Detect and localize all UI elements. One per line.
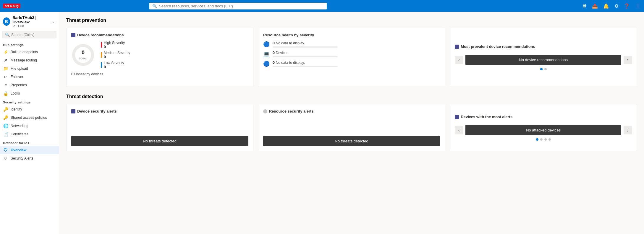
sidebar-header: B BarIoTHub2 | Overview IoT Hub … — [0, 12, 59, 29]
networking-icon: 🌐 — [3, 124, 8, 128]
resource-count-2: 0 — [273, 60, 275, 65]
medium-label: Medium Severity — [104, 51, 130, 55]
sidebar-item-label: Identity — [11, 107, 22, 111]
threat-detection-title: Threat detection — [66, 94, 637, 99]
sidebar-item-message-routing[interactable]: ↗ Message routing — [0, 56, 59, 64]
main-content: Threat prevention Device recommendations… — [59, 12, 644, 234]
no-attacked-button[interactable]: No attacked devices — [465, 125, 621, 135]
detection-carousel-controls: ‹ No attacked devices › — [455, 125, 632, 135]
sidebar-item-label: File upload — [11, 66, 28, 71]
resource-type: IoT Hub — [12, 24, 49, 28]
resource-item-1: 💻 0 Devices — [263, 51, 440, 57]
locks-icon: 🔒 — [3, 91, 8, 96]
sidebar-item-label: Overview — [11, 148, 26, 152]
threat-prevention-title: Threat prevention — [66, 18, 637, 23]
sidebar: B BarIoTHub2 | Overview IoT Hub … 🔍 Hub … — [0, 12, 59, 234]
search-icon: 🔍 — [152, 4, 157, 8]
device-recommendations-card: Device recommendations 0 TOTAL — [66, 28, 253, 87]
sidebar-item-certificates[interactable]: 📄 Certificates — [0, 130, 59, 138]
threat-detection-cards: Device security alerts No threats detect… — [66, 104, 637, 151]
topbar: ort a bug 🔍 🖥 📤 🔔 ⚙ ❓ 👤 — [0, 0, 644, 12]
search-input[interactable] — [159, 4, 324, 8]
sidebar-item-label: Security Alerts — [11, 156, 33, 160]
resource-item-2: 🔵 0 No data to display. — [263, 60, 440, 67]
medium-value: 0 — [104, 55, 130, 59]
donut-total-label: TOTAL — [79, 57, 87, 60]
medium-bar — [101, 52, 102, 58]
file-upload-icon: 📁 — [3, 66, 8, 71]
device-recommendations-title: Device recommendations — [71, 33, 248, 37]
sidebar-item-label: Built-in endpoints — [11, 50, 38, 54]
resource-text-1: Devices — [276, 51, 289, 55]
card-icon — [71, 33, 75, 37]
no-threats-button-device[interactable]: No threats detected — [71, 136, 248, 146]
monitor-icon[interactable]: 🖥 — [582, 3, 587, 9]
gear-icon[interactable]: ⚙ — [614, 3, 619, 9]
sidebar-item-built-in-endpoints[interactable]: ⚡ Built-in endpoints — [0, 48, 59, 56]
topbar-icons: 🖥 📤 🔔 ⚙ ❓ 👤 — [582, 3, 641, 9]
resource-count-1: 0 — [273, 51, 275, 55]
device-security-alerts-card: Device security alerts No threats detect… — [66, 104, 253, 151]
sidebar-item-failover[interactable]: ↩ Failover — [0, 73, 59, 81]
next-button[interactable]: › — [624, 56, 632, 64]
carousel-main: No device recommendations — [465, 55, 621, 65]
global-search-bar[interactable]: 🔍 — [149, 3, 327, 9]
person-icon[interactable]: 👤 — [635, 3, 641, 9]
bell-icon[interactable]: 🔔 — [603, 3, 609, 9]
detection-next-button[interactable]: › — [624, 126, 632, 134]
security-alerts-icon: 🛡 — [3, 156, 8, 161]
sidebar-item-security-alerts[interactable]: 🛡 Security Alerts — [0, 154, 59, 162]
sidebar-item-file-upload[interactable]: 📁 File upload — [0, 64, 59, 73]
no-recommendations-button[interactable]: No device recommendations — [465, 55, 621, 65]
resource-icon-1: 💻 — [263, 51, 270, 57]
sidebar-item-label: Message routing — [11, 58, 37, 62]
severity-medium: Medium Severity 0 — [101, 51, 130, 59]
sidebar-item-label: Locks — [11, 91, 20, 95]
sidebar-search-input[interactable] — [11, 33, 54, 37]
high-label: High Severity — [104, 41, 125, 45]
threat-prevention-cards: Device recommendations 0 TOTAL — [66, 28, 637, 87]
sidebar-search-icon: 🔍 — [5, 32, 10, 37]
more-options-button[interactable]: … — [51, 19, 56, 24]
sidebar-item-locks[interactable]: 🔒 Locks — [0, 89, 59, 98]
resource-security-alerts-title: Resource security alerts — [263, 109, 440, 113]
sidebar-item-overview[interactable]: 🛡 Overview — [0, 146, 59, 154]
security-settings-label: Security settings — [0, 98, 59, 105]
sidebar-search-bar[interactable]: 🔍 — [2, 31, 56, 38]
low-label: Low Severity — [104, 61, 124, 65]
devices-most-alerts-card: Devices with the most alerts ‹ No attack… — [450, 104, 637, 151]
bug-report-button[interactable]: ort a bug — [3, 4, 20, 8]
donut-total-value: 0 — [79, 50, 87, 56]
prev-button[interactable]: ‹ — [455, 56, 463, 64]
hub-settings-label: Hub settings — [0, 40, 59, 48]
sidebar-item-label: Failover — [11, 75, 23, 79]
donut-chart: 0 TOTAL — [71, 43, 95, 67]
sidebar-item-label: Certificates — [11, 132, 28, 136]
device-security-alerts-title: Device security alerts — [71, 109, 248, 113]
detection-dot-2 — [544, 138, 547, 141]
sidebar-item-networking[interactable]: 🌐 Networking — [0, 122, 59, 130]
sidebar-item-properties[interactable]: ≡ Properties — [0, 81, 59, 89]
detection-dot-3 — [548, 138, 551, 141]
help-icon[interactable]: ❓ — [624, 3, 630, 9]
detection-prev-button[interactable]: ‹ — [455, 126, 463, 134]
dot-1 — [544, 68, 547, 70]
resource-icon-2: 🔵 — [263, 61, 270, 67]
detection-carousel-main: No attacked devices — [465, 125, 621, 135]
failover-icon: ↩ — [3, 74, 8, 79]
sidebar-item-shared-access-policies[interactable]: 🔑 Shared access policies — [0, 113, 59, 122]
resource-title: BarIoTHub2 | Overview — [12, 15, 49, 24]
resource-text-2: No data to display. — [276, 61, 305, 65]
routing-icon: ↗ — [3, 58, 8, 63]
most-prevalent-card: Most prevalent device recommendations ‹ … — [450, 28, 637, 87]
upload-icon[interactable]: 📤 — [592, 3, 598, 9]
sidebar-item-identity[interactable]: 🔑 Identity — [0, 105, 59, 113]
identity-icon: 🔑 — [3, 107, 8, 112]
high-bar — [101, 42, 102, 48]
no-threats-button-resource[interactable]: No threats detected — [263, 136, 440, 146]
resource-health-card: Resource health by severity 🔵 0 No data … — [258, 28, 445, 87]
resource-security-alerts-card: Resource security alerts No threats dete… — [258, 104, 445, 151]
most-prevalent-title: Most prevalent device recommendations — [455, 44, 632, 49]
low-bar — [101, 62, 102, 68]
defender-iot-label: Defender for IoT — [0, 138, 59, 146]
